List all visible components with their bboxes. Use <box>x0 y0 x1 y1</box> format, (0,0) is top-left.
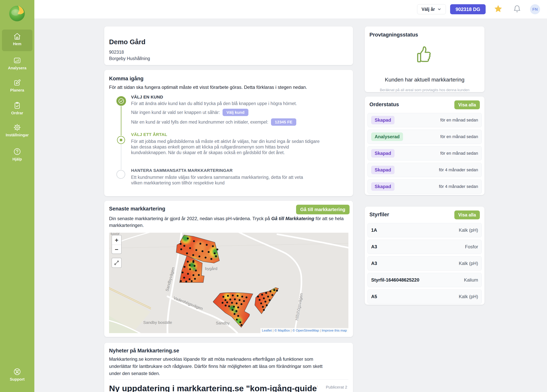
thumbs-up-icon <box>413 42 436 65</box>
sidebar-item-hjalp[interactable]: Hjälp <box>0 148 34 161</box>
sampling-status-note: Beräknat på all areal som provtagits hos… <box>365 88 485 92</box>
styrfil-name: A3 <box>371 244 377 249</box>
bar-chart-icon <box>13 57 21 64</box>
sidebar-item-analysera[interactable]: Analysera <box>0 57 34 70</box>
order-status-title: Orderstatus <box>369 102 399 108</box>
improve-map-link[interactable]: Improve this map <box>322 329 347 332</box>
styrfil-name: 1A <box>371 227 377 233</box>
sidebar-item-support[interactable]: Support <box>0 368 34 382</box>
sidebar-item-label: Analysera <box>8 66 27 70</box>
map-label-sandby: Sandby <box>216 321 230 325</box>
step-connector-done <box>121 106 121 136</box>
zoom-out-button[interactable]: − <box>112 245 121 254</box>
step3-body: Ett kundnummer måste väljas för vardera … <box>131 175 309 186</box>
styrfil-row[interactable]: Styrfil-1646048625220 Kalium <box>368 273 482 287</box>
map-canvas: bygård <box>109 233 349 333</box>
order-time: för en månad sedan <box>440 118 478 123</box>
osm-link[interactable]: © OpenStreetMap <box>292 329 319 332</box>
order-row[interactable]: Analyserad för en månad sedan <box>368 130 482 144</box>
step2-block: VÄLJ ETT ÅRTAL För att jobba med gårdsbi… <box>131 132 324 155</box>
order-status-card: Orderstatus Visa alla Skapad för en måna… <box>365 96 485 195</box>
file-rows: 1A Kalk (pH) A3 Fosfor A3 Kalk (pH) Styr… <box>368 223 482 304</box>
news-card: Nyheter på Markkartering.se Markkarterin… <box>104 343 353 392</box>
step3-heading: HANTERA SAMMANSATTA MARKKARTERINGAR <box>131 168 324 173</box>
sidebar-item-label: Support <box>10 377 25 382</box>
files-view-all-button[interactable]: Visa alla <box>454 211 480 219</box>
user-avatar[interactable]: FN <box>530 4 540 14</box>
order-row[interactable]: Skapad för en månad sedan <box>368 113 482 127</box>
mapbox-link[interactable]: © MapBox <box>274 329 290 332</box>
styrfil-row[interactable]: 1A Kalk (pH) <box>368 223 482 237</box>
measure-tool-button[interactable] <box>112 258 122 268</box>
order-status-badge: Skapad <box>371 182 395 191</box>
order-time: för 4 månader sedan <box>439 167 478 172</box>
clipboard-check-icon <box>13 102 21 109</box>
news-article-title[interactable]: Ny uppdatering i markkartering.se "kom-i… <box>109 384 317 392</box>
year-select-button[interactable]: Välj år <box>417 4 446 14</box>
desc-pre: Din senaste markkartering är gjord år 20… <box>109 216 271 221</box>
styrfil-type: Kalk (pH) <box>459 227 478 233</box>
order-row[interactable]: Skapad för en månad sedan <box>368 146 482 160</box>
farm-customer-number: 902318 <box>109 50 124 55</box>
app-logo[interactable] <box>8 5 26 22</box>
topbar: Välj år 902318 DG FN <box>34 0 547 19</box>
home-icon <box>13 32 21 40</box>
year-select-label: Välj år <box>422 7 435 12</box>
step3-block: HANTERA SAMMANSATTA MARKKARTERINGAR Ett … <box>131 168 324 186</box>
sidebar-item-label: Planera <box>10 88 24 92</box>
styrfil-row[interactable]: A5 Kalk (pH) <box>368 289 482 304</box>
sidebar-item-label: Hjälp <box>13 157 22 161</box>
lifebuoy-icon <box>13 368 21 376</box>
map-zoom-control: + − <box>112 235 122 254</box>
control-files-title: Styrfiler <box>369 212 389 218</box>
news-body: Markkartering.se kommer utvecklas löpand… <box>109 356 335 377</box>
order-rows: Skapad för en månad sedan Analyserad för… <box>368 113 482 194</box>
order-status-badge: Skapad <box>371 166 395 174</box>
latest-mapping-description: Din senaste markkartering är gjord år 20… <box>109 215 349 229</box>
orders-view-all-button[interactable]: Visa alla <box>454 100 480 109</box>
divider <box>109 379 349 380</box>
attr-sep: | <box>320 329 321 332</box>
sampling-status-message: Kunden har aktuell markkartering <box>365 77 485 83</box>
desc-emphasis: Gå till Markkatering <box>271 216 314 221</box>
step2-heading: VÄLJ ETT ÅRTAL <box>131 132 324 137</box>
favorite-star-icon[interactable] <box>493 4 503 14</box>
question-icon <box>13 148 21 155</box>
order-status-badge: Skapad <box>371 149 395 158</box>
go-to-mapping-button[interactable]: Gå till markkartering <box>296 205 349 214</box>
sidebar-item-ordrar[interactable]: Ordrar <box>0 102 34 115</box>
choose-customer-pill: Välj kund <box>223 109 248 116</box>
order-time: för en månad sedan <box>440 151 478 156</box>
news-title: Nyheter på Markkartering.se <box>109 348 179 354</box>
sidebar-item-planera[interactable]: Planera <box>0 79 34 92</box>
step2-body: För att jobba med gårdsbilderna så måste… <box>131 139 320 155</box>
styrfil-row[interactable]: A3 Kalk (pH) <box>368 256 482 270</box>
order-time: för 4 månader sedan <box>439 184 478 189</box>
zoom-in-button[interactable]: + <box>112 235 121 245</box>
styrfil-type: Fosfor <box>465 244 478 249</box>
order-row[interactable]: Skapad för 4 månader sedan <box>368 179 482 194</box>
step1-block: VÄLJ EN KUND För att ändra aktiv kund ka… <box>131 95 324 126</box>
chevron-down-icon <box>437 7 441 11</box>
attr-sep: | <box>273 329 274 332</box>
styrfil-type: Kalk (pH) <box>459 261 478 266</box>
sidebar: Hem Analysera Planera Ordrar Inställning… <box>0 0 34 392</box>
sidebar-item-installningar[interactable]: Inställningar <box>0 124 34 137</box>
attr-sep: | <box>291 329 291 332</box>
sidebar-item-label: Inställningar <box>6 133 29 137</box>
active-customer-button[interactable]: 902318 DG <box>450 4 486 14</box>
notifications-bell-icon[interactable] <box>513 5 521 14</box>
news-article-published: Publicerat 2 <box>326 385 347 390</box>
leaflet-link[interactable]: Leaflet <box>262 329 272 332</box>
leaflet-map[interactable]: bygård <box>109 233 349 333</box>
control-files-card: Styrfiler Visa alla 1A Kalk (pH) A3 Fosf… <box>365 207 485 305</box>
farm-name: Demo Gård <box>109 38 145 46</box>
ruler-icon <box>114 260 119 266</box>
map-attribution: Leaflet | © MapBox | © OpenStreetMap | I… <box>260 328 349 333</box>
styrfil-row[interactable]: A3 Fosfor <box>368 240 482 254</box>
step1-done-icon <box>116 96 126 106</box>
sidebar-item-hem[interactable]: Hem <box>0 32 34 46</box>
order-row[interactable]: Skapad för 4 månader sedan <box>368 163 482 177</box>
order-time: för en månad sedan <box>440 134 478 139</box>
getting-started-intro: För att sidan ska fungera optimalt måste… <box>109 85 307 90</box>
